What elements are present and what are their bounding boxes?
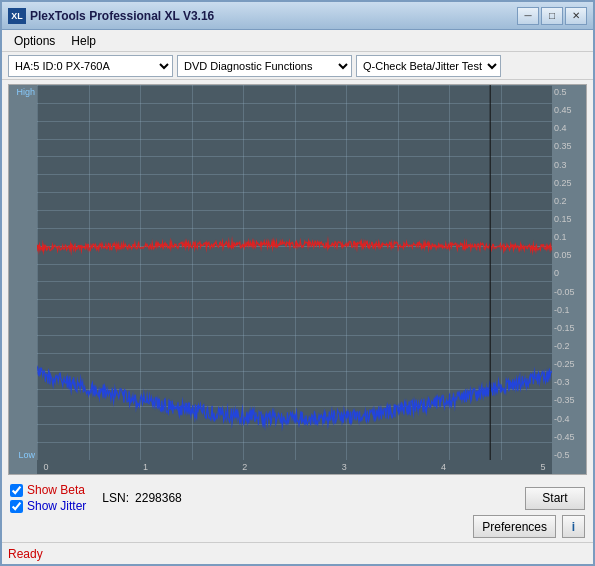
function-select[interactable]: DVD Diagnostic Functions: [177, 55, 352, 77]
y-right-18: -0.4: [554, 414, 584, 424]
maximize-button[interactable]: □: [541, 7, 563, 25]
y-right-14: -0.2: [554, 341, 584, 351]
show-beta-label: Show Beta: [27, 483, 85, 497]
start-button[interactable]: Start: [525, 487, 585, 510]
y-axis-left: High Low: [9, 85, 37, 474]
bottom-bar: Show Beta Show Jitter LSN: 2298368 Start: [2, 479, 593, 542]
x-label-4: 4: [437, 462, 451, 472]
x-axis-labels: 0 1 2 3 4 5: [37, 460, 552, 474]
title-bar: XL PlexTools Professional XL V3.16 ─ □ ✕: [2, 2, 593, 30]
x-label-3: 3: [337, 462, 351, 472]
y-right-10: 0: [554, 268, 584, 278]
bottom-right: Start: [525, 487, 585, 510]
y-right-20: -0.5: [554, 450, 584, 460]
show-jitter-checkbox[interactable]: [10, 500, 23, 513]
y-right-5: 0.25: [554, 178, 584, 188]
info-button[interactable]: i: [562, 515, 585, 538]
x-label-5: 5: [536, 462, 550, 472]
preferences-button[interactable]: Preferences: [473, 515, 556, 538]
toolbar: HA:5 ID:0 PX-760A DVD Diagnostic Functio…: [2, 52, 593, 80]
drive-select[interactable]: HA:5 ID:0 PX-760A: [8, 55, 173, 77]
y-right-15: -0.25: [554, 359, 584, 369]
y-axis-right: 0.5 0.45 0.4 0.35 0.3 0.25 0.2 0.15 0.1 …: [552, 85, 586, 474]
y-label-high: High: [11, 87, 35, 97]
menu-help[interactable]: Help: [63, 32, 104, 50]
show-beta-checkbox[interactable]: [10, 484, 23, 497]
y-right-2: 0.4: [554, 123, 584, 133]
y-right-6: 0.2: [554, 196, 584, 206]
y-right-0: 0.5: [554, 87, 584, 97]
bottom-left: Show Beta Show Jitter LSN: 2298368: [10, 483, 182, 513]
show-beta-row: Show Beta: [10, 483, 86, 497]
status-text: Ready: [8, 547, 43, 561]
y-right-4: 0.3: [554, 160, 584, 170]
status-bar: Ready: [2, 542, 593, 564]
show-jitter-row: Show Jitter: [10, 499, 86, 513]
close-button[interactable]: ✕: [565, 7, 587, 25]
app-logo: XL: [8, 8, 26, 24]
y-right-1: 0.45: [554, 105, 584, 115]
lsn-info: LSN: 2298368: [102, 491, 181, 505]
chart-plot: [37, 85, 552, 460]
chart-canvas: [37, 85, 552, 460]
title-bar-left: XL PlexTools Professional XL V3.16: [8, 8, 214, 24]
window-controls: ─ □ ✕: [517, 7, 587, 25]
lsn-value: 2298368: [135, 491, 182, 505]
lsn-label: LSN:: [102, 491, 129, 505]
menu-bar: Options Help: [2, 30, 593, 52]
y-right-16: -0.3: [554, 377, 584, 387]
y-right-12: -0.1: [554, 305, 584, 315]
minimize-button[interactable]: ─: [517, 7, 539, 25]
y-label-low: Low: [11, 450, 35, 460]
y-right-3: 0.35: [554, 141, 584, 151]
y-right-11: -0.05: [554, 287, 584, 297]
bottom-row1: Show Beta Show Jitter LSN: 2298368 Start: [10, 483, 585, 513]
x-label-2: 2: [238, 462, 252, 472]
test-select[interactable]: Q-Check Beta/Jitter Test: [356, 55, 501, 77]
y-right-7: 0.15: [554, 214, 584, 224]
y-right-9: 0.05: [554, 250, 584, 260]
x-label-0: 0: [39, 462, 53, 472]
chart-container: High Low: [8, 84, 587, 475]
main-window: XL PlexTools Professional XL V3.16 ─ □ ✕…: [0, 0, 595, 566]
y-right-19: -0.45: [554, 432, 584, 442]
y-right-8: 0.1: [554, 232, 584, 242]
menu-options[interactable]: Options: [6, 32, 63, 50]
bottom-row2: Preferences i: [10, 515, 585, 538]
chart-area: High Low: [2, 80, 593, 479]
show-jitter-label: Show Jitter: [27, 499, 86, 513]
y-right-17: -0.35: [554, 395, 584, 405]
y-right-13: -0.15: [554, 323, 584, 333]
x-label-1: 1: [138, 462, 152, 472]
window-title: PlexTools Professional XL V3.16: [30, 9, 214, 23]
